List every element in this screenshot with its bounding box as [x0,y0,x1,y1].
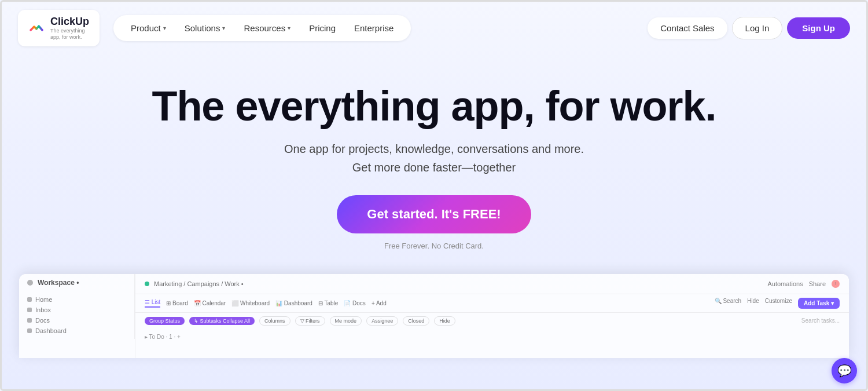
sidebar: Workspace • Home Inbox Docs [19,274,135,358]
sidebar-items: Home Inbox Docs Dashboard [19,291,135,339]
hero-section: The everything app, for work. One app fo… [2,54,866,268]
page-wrapper: ClickUp The everything app, for work. Pr… [0,0,868,391]
tab-table[interactable]: ⊟ Table [318,300,339,306]
filter-subtasks[interactable]: ↳ Subtasks Collapse All [189,317,255,325]
hero-subtitle: One app for projects, knowledge, convers… [13,140,855,177]
nav-item-solutions[interactable]: Solutions ▾ [176,20,234,36]
contact-sales-button[interactable]: Contact Sales [648,17,727,39]
navbar: ClickUp The everything app, for work. Pr… [2,2,866,54]
tab-list[interactable]: ☰ List [145,299,160,308]
right-actions: Automations Share ! [767,280,840,288]
dash-content: ▸ To Do · 1 · + [135,329,849,345]
nav-pricing-label: Pricing [309,23,336,33]
sidebar-item-docs-label: Docs [35,317,50,324]
chevron-down-icon: ▾ [222,25,225,31]
tab-board[interactable]: ⊞ Board [166,300,187,306]
logo-text-box: ClickUp The everything app, for work. [50,16,89,41]
chat-icon: 💬 [837,364,852,378]
notification-badge: ! [832,280,840,288]
dash-toolbar: Marketing / Campaigns / Work • Automatio… [135,274,849,294]
filter-me-mode[interactable]: Me mode [330,316,362,326]
nav-product-label: Product [131,23,161,33]
workspace-text: Workspace • [38,279,79,287]
filter-hide[interactable]: Hide [434,316,455,326]
sidebar-item-inbox[interactable]: Inbox [27,306,126,313]
navbar-left: ClickUp The everything app, for work. Pr… [18,10,411,46]
status-dot-green [145,282,149,286]
navbar-right: Contact Sales Log In Sign Up [648,17,850,39]
nav-item-product[interactable]: Product ▾ [123,20,174,36]
tab-whiteboard[interactable]: ⬜ Whiteboard [231,300,270,306]
main-content: Marketing / Campaigns / Work • Automatio… [135,274,849,358]
dash-filters: Group Status ↳ Subtasks Collapse All Col… [135,313,849,329]
chevron-down-icon: ▾ [288,25,290,31]
logo-box[interactable]: ClickUp The everything app, for work. [18,10,100,46]
signup-button[interactable]: Sign Up [787,17,850,39]
workspace-label: Workspace • [19,274,135,291]
filter-columns[interactable]: Columns [259,316,290,326]
automations-label: Automations [767,280,803,287]
tab-add[interactable]: + Add [372,300,387,306]
dash-layout: Workspace • Home Inbox Docs [19,274,849,358]
hero-subtitle-line2: Get more done faster—together [352,161,516,174]
hero-subtitle-line1: One app for projects, knowledge, convers… [284,142,584,155]
chevron-down-icon: ▾ [163,25,166,31]
filter-filters[interactable]: ▽ Filters [295,316,325,326]
inbox-icon [27,308,32,312]
logo-brand: ClickUp [50,16,89,28]
sidebar-item-dashboard[interactable]: Dashboard [27,327,126,334]
filter-group-status[interactable]: Group Status [145,317,185,325]
tab-docs[interactable]: 📄 Docs [344,300,366,306]
home-icon [27,297,32,302]
filter-assignee[interactable]: Assignee [366,316,398,326]
sidebar-item-docs[interactable]: Docs [27,317,126,324]
breadcrumb-text: Marketing / Campaigns / Work • [154,280,244,287]
content-row-todo: ▸ To Do · 1 · + [145,334,840,340]
nav-enterprise-label: Enterprise [354,23,393,33]
filter-closed[interactable]: Closed [403,316,429,326]
add-task-button[interactable]: Add Task ▾ [798,298,840,309]
tab-calendar[interactable]: 📅 Calendar [194,300,226,306]
logo-tagline: The everything app, for work. [50,28,89,41]
search-action[interactable]: 🔍 Search [715,298,741,309]
nav-item-pricing[interactable]: Pricing [301,20,344,36]
hero-title: The everything app, for work. [13,83,855,129]
sidebar-item-dashboard-label: Dashboard [35,327,67,334]
dashboard-icon [27,328,32,333]
todo-label: ▸ To Do · 1 · + [145,334,181,340]
nav-item-enterprise[interactable]: Enterprise [346,20,402,36]
chat-bubble[interactable]: 💬 [832,358,857,383]
search-tasks-label: Search tasks... [801,317,840,324]
nav-solutions-label: Solutions [185,23,220,33]
hero-disclaimer: Free Forever. No Credit Card. [384,242,484,250]
clickup-logo-icon [28,20,45,36]
sidebar-item-inbox-label: Inbox [35,306,51,313]
hide-action[interactable]: Hide [747,298,759,309]
cta-button[interactable]: Get started. It's FREE! [337,195,531,233]
login-button[interactable]: Log In [732,17,783,39]
sidebar-item-home[interactable]: Home [27,296,126,303]
dash-tabs: ☰ List ⊞ Board 📅 Calendar ⬜ Whiteboard 📊… [135,294,849,313]
workspace-icon [27,280,33,286]
customize-action[interactable]: Customize [765,298,792,309]
nav-resources-label: Resources [244,23,285,33]
share-label: Share [809,280,826,287]
nav-links: Product ▾ Solutions ▾ Resources ▾ Pricin… [113,15,411,41]
tab-right-actions: 🔍 Search Hide Customize Add Task ▾ [715,298,840,309]
sidebar-item-home-label: Home [35,296,52,303]
nav-item-resources[interactable]: Resources ▾ [236,20,299,36]
docs-icon [27,318,32,323]
dashboard-preview: Workspace • Home Inbox Docs [19,274,849,358]
tab-dashboard[interactable]: 📊 Dashboard [275,300,312,306]
